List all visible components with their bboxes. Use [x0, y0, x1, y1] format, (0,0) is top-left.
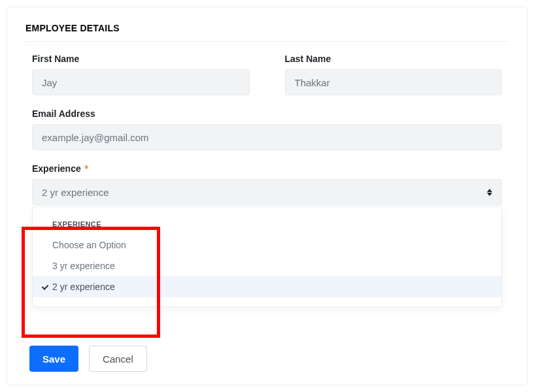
email-input[interactable] [32, 124, 502, 150]
experience-select-wrapper: 2 yr experience EXPERIENCE Choose an Opt… [32, 179, 502, 205]
dropdown-option[interactable]: Choose an Option [33, 235, 501, 255]
section-title: EMPLOYEE DETAILS [25, 23, 509, 42]
last-name-label: Last Name [285, 54, 503, 64]
form-group-email: Email Address [25, 108, 509, 150]
experience-label-text: Experience [32, 163, 81, 174]
dropdown-option-label: 3 yr experience [52, 261, 115, 271]
dropdown-option-label: Choose an Option [52, 240, 126, 250]
last-name-input[interactable] [285, 69, 503, 95]
dropdown-option-label: 2 yr experience [52, 282, 115, 292]
first-name-input[interactable] [32, 69, 250, 95]
form-group-experience: Experience * 2 yr experience EXPERIENCE … [25, 163, 509, 205]
email-label: Email Address [32, 108, 502, 119]
form-group-first-name: First Name [25, 54, 256, 95]
experience-selected-value: 2 yr experience [42, 187, 109, 198]
form-row-email: Email Address [25, 108, 509, 150]
button-row: Save Cancel [29, 346, 147, 372]
experience-dropdown: EXPERIENCE Choose an Option 3 yr experie… [32, 206, 502, 307]
required-indicator: * [85, 163, 88, 174]
experience-label: Experience * [32, 163, 502, 174]
form-group-last-name: Last Name [278, 54, 509, 95]
dropdown-option[interactable]: 3 yr experience [33, 255, 501, 276]
experience-select[interactable]: 2 yr experience [32, 179, 502, 205]
check-icon [42, 284, 48, 290]
cancel-button[interactable]: Cancel [89, 346, 147, 372]
dropdown-header: EXPERIENCE [33, 207, 501, 235]
employee-details-card: EMPLOYEE DETAILS First Name Last Name Em… [7, 7, 527, 385]
sort-icon [487, 189, 492, 196]
first-name-label: First Name [32, 54, 250, 64]
dropdown-option-selected[interactable]: 2 yr experience [33, 276, 501, 297]
form-row-name: First Name Last Name [25, 54, 509, 95]
save-button[interactable]: Save [29, 346, 78, 372]
form-row-experience: Experience * 2 yr experience EXPERIENCE … [25, 163, 509, 205]
